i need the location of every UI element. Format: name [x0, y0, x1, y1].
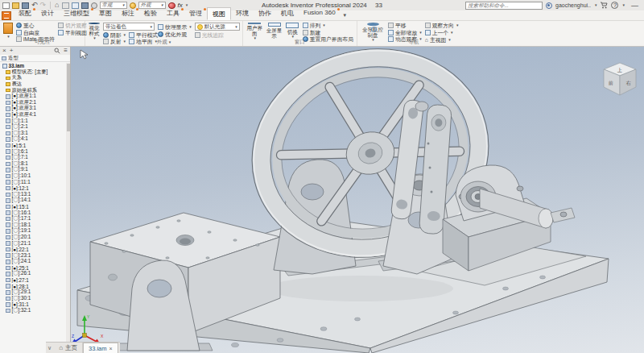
tree-component-row[interactable]: [●]:12:1 [0, 185, 66, 192]
tree-assembly-root[interactable]: 33.iam [0, 63, 66, 69]
tree-component-row[interactable]: [〇]:14:1 [0, 197, 66, 204]
viewcube-top-label[interactable]: 上 [617, 68, 622, 73]
tree-component-row[interactable]: [●]:31:1 [0, 301, 66, 308]
ribbon-tab[interactable]: 工具 [162, 7, 184, 20]
viewcube-right-label[interactable]: 右 [625, 80, 631, 86]
ribbon-tab[interactable]: 机电 [276, 7, 299, 20]
tree-component-row[interactable]: [●]:15:1 [0, 204, 66, 210]
ribbon-tab[interactable]: 检验 [139, 7, 162, 20]
tree-component-row[interactable]: [〇]:1:1 [0, 118, 66, 124]
previous-view-button[interactable]: 上一个▾ [425, 30, 459, 35]
tree-component-row[interactable]: [〇]:8:1 [0, 161, 66, 168]
file-menu-button[interactable] [2, 11, 11, 20]
visual-style-button[interactable]: 视觉样式 ▾ [89, 23, 100, 39]
tree-component-row[interactable]: [〇]:18:1 [0, 222, 66, 228]
tree-component-row[interactable]: [●]:底座2:1 [0, 100, 66, 106]
help-icon[interactable]: ? [611, 2, 618, 9]
ribbon-tab[interactable]: 管理 [184, 7, 207, 20]
ribbon-tab[interactable]: 三维模型 [59, 7, 94, 20]
tree-component-row[interactable]: [●]:底座1:1 [0, 93, 66, 100]
signed-in-user[interactable]: gaochenghui.. [555, 2, 591, 8]
document-tab-active[interactable]: 33.iam × [83, 343, 118, 353]
tree-component-row[interactable]: [〇]:6:1 [0, 148, 66, 155]
new-window-button[interactable]: 新建 [303, 30, 353, 35]
view-cube[interactable]: 上 前 右 [601, 60, 639, 102]
refine-appearance-button[interactable]: 优化外观 [158, 31, 192, 37]
user-menu-caret[interactable]: ▾ [595, 3, 597, 7]
tree-component-row[interactable]: [〇]:3:1 [0, 131, 66, 137]
tree-component-row[interactable]: [〇]:32:1 [0, 308, 66, 314]
visual-style-combo[interactable]: 带边着色 ▾ [103, 23, 155, 31]
zoom-all-button[interactable]: 全部缩放▾ [388, 30, 422, 35]
viewcube-front-label[interactable]: 前 [608, 81, 613, 85]
browser-close-icon[interactable]: × [2, 48, 6, 54]
tree-folder-row[interactable]: 原始坐标系 [0, 87, 66, 93]
pan-button[interactable]: 平移 [388, 23, 422, 28]
degrees-of-freedom-button[interactable]: 自由度 [16, 30, 55, 35]
ribbon-tab[interactable]: 环境 [231, 7, 254, 20]
ray-tracing-button[interactable]: 光线追踪 [195, 32, 240, 38]
tree-component-row[interactable]: [●]:底座4:1 [0, 112, 66, 118]
ribbon-tab[interactable]: 协作 [254, 7, 276, 20]
tree-component-row[interactable]: [〇]:11:1 [0, 179, 66, 185]
browser-scrollbar-thumb[interactable] [67, 64, 70, 131]
browser-add-icon[interactable]: + [10, 48, 14, 54]
ribbon-options-caret[interactable]: ▾ [344, 12, 347, 20]
tree-component-row[interactable]: [〇]:4:1 [0, 136, 66, 143]
browser-scrollbar[interactable] [66, 63, 70, 353]
lighting-style-combo[interactable]: 默认光源 ▾ [195, 23, 240, 31]
help-menu-caret[interactable]: ▾ [622, 3, 625, 7]
browser-search-icon[interactable] [54, 48, 60, 54]
home-tab[interactable]: ⌂ 主页 [54, 343, 83, 353]
tree-component-row[interactable]: [●]:5:1 [0, 143, 66, 149]
doc-tabs-collapse-chevron[interactable]: ∨ [46, 345, 54, 353]
tree-component-row[interactable]: [〇]:9:1 [0, 167, 66, 173]
navigation-wheel-button[interactable]: 全导航控制盘 ▾ [361, 23, 385, 39]
tree-component-row[interactable]: [●]:25:1 [0, 265, 66, 272]
ribbon-tab[interactable]: 草图 [94, 7, 117, 20]
tree-component-row[interactable]: [〇]:29:1 [0, 289, 66, 296]
tree-folder-row[interactable]: 表达 [0, 81, 66, 88]
tree-component-row[interactable]: [〇]:30:1 [0, 296, 66, 302]
user-avatar-icon[interactable] [546, 2, 552, 9]
center-of-gravity-button[interactable]: 重心 [16, 23, 55, 28]
tree-component-row[interactable]: [〇]:21:1 [0, 240, 66, 247]
browser-menu-icon[interactable]: ≡ [64, 48, 68, 54]
ribbon-tab[interactable]: 装配 [14, 7, 36, 20]
tree-folder-row[interactable]: 关系 [0, 75, 66, 81]
tree-component-row[interactable]: [〇]:24:1 [0, 259, 66, 265]
minimize-button[interactable]: — [631, 2, 638, 10]
textures-button[interactable]: 纹理显示▾ [158, 24, 192, 30]
panel-label-appearance[interactable]: 外观▾ [85, 39, 242, 46]
tree-component-row[interactable]: [〇]:19:1 [0, 228, 66, 235]
tree-component-row[interactable]: [〇]:7:1 [0, 155, 66, 161]
tree-component-row[interactable]: [〇]:10:1 [0, 173, 66, 180]
tree-component-row[interactable]: [●]:底座3:1 [0, 106, 66, 112]
tree-folder-row[interactable]: 模型状态: [主要] [0, 69, 66, 76]
store-cart-icon[interactable] [600, 2, 608, 9]
fullscreen-button[interactable]: 全屏显示 [266, 23, 282, 39]
tree-component-row[interactable]: [〇]:13:1 [0, 191, 66, 197]
tree-component-row[interactable]: [●]:28:1 [0, 283, 66, 289]
object-visibility-button[interactable]: ▾ [3, 23, 13, 39]
viewport[interactable]: 上 前 右 X Y Z [71, 47, 644, 353]
ribbon-tab[interactable]: 视图 [207, 7, 231, 20]
look-at-button[interactable]: 观察方向▾ [425, 23, 459, 28]
ribbon-tab[interactable]: 设计 [36, 7, 59, 20]
ribbon-tab[interactable]: Fusion 360 [299, 7, 341, 20]
tree-component-row[interactable]: [〇]:26:1 [0, 271, 66, 277]
tree-component-row[interactable]: [〇]:16:1 [0, 210, 66, 216]
new-file-icon[interactable] [2, 2, 10, 9]
model-canvas[interactable] [71, 47, 644, 353]
user-interface-button[interactable]: 用户界面 ▾ [246, 23, 262, 39]
doc-tab-close-icon[interactable]: × [109, 346, 112, 351]
arrange-button[interactable]: 排列▾ [303, 23, 353, 28]
switch-windows-button[interactable]: 切换 ▾ [286, 23, 299, 39]
tree-component-row[interactable]: [〇]:20:1 [0, 235, 66, 241]
shadows-button[interactable]: 阴影▾ [103, 32, 126, 38]
tree-component-row[interactable]: [〇]:17:1 [0, 216, 66, 222]
tree-component-row[interactable]: [〇]:23:1 [0, 252, 66, 259]
tree-component-row[interactable]: [●]:22:1 [0, 247, 66, 253]
ribbon-tab[interactable]: 标注 [117, 7, 139, 20]
help-search-box[interactable] [465, 2, 543, 10]
